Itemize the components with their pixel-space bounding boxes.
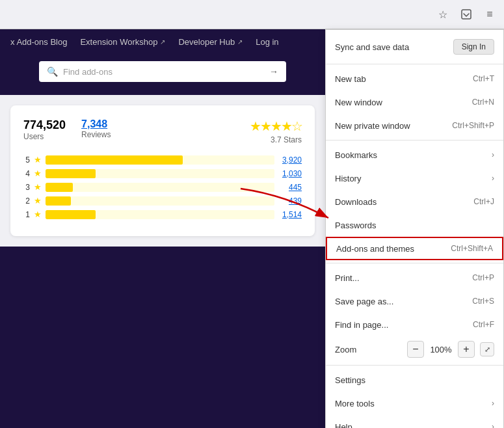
svg-rect-0 [462, 10, 471, 19]
help-item[interactable]: Help › [326, 415, 503, 428]
reviews-stat: 7,348 Reviews [81, 118, 111, 139]
star-icon: ★ [34, 209, 42, 219]
more-tools-item[interactable]: More tools › [326, 392, 503, 415]
sync-row: Sync and save data Sign In [326, 33, 503, 61]
chevron-right-icon: › [492, 174, 494, 183]
rating-row-3: 3 ★ 445 [23, 182, 302, 192]
search-bar[interactable]: 🔍 Find add-ons → [39, 61, 286, 82]
page-actions-section: Print... Ctrl+P Save page as... Ctrl+S F… [326, 263, 503, 366]
stars-label: 3.7 Stars [250, 135, 302, 144]
reviews-count: 7,348 [81, 118, 111, 130]
users-count: 774,520 [23, 118, 66, 132]
sign-in-button[interactable]: Sign In [453, 39, 494, 55]
downloads-item[interactable]: Downloads Ctrl+J [326, 190, 503, 213]
chevron-right-icon: › [492, 150, 494, 159]
users-stat: 774,520 Users [23, 118, 66, 141]
addons-themes-item[interactable]: Add-ons and themes Ctrl+Shift+A [326, 237, 503, 260]
chevron-right-icon: › [492, 422, 494, 428]
rating-row-4: 4 ★ 1,030 [23, 168, 302, 178]
browser-chrome: ☆ ≡ [0, 0, 504, 29]
review-card: 774,520 Users 7,348 Reviews ★★★★☆ 3.7 St… [10, 105, 315, 236]
new-tab-section: New tab Ctrl+T New window Ctrl+N New pri… [326, 64, 503, 140]
search-icon: 🔍 [47, 66, 58, 77]
page-content: x Add-ons Blog Extension Workshop ↗ Deve… [0, 29, 325, 428]
search-area: 🔍 Find add-ons → [0, 55, 325, 95]
settings-section: Settings More tools › Help › [326, 366, 503, 428]
users-label: Users [23, 132, 66, 141]
sync-label: Sync and save data [335, 42, 409, 52]
star-icon: ★ [34, 168, 42, 178]
new-window-item[interactable]: New window Ctrl+N [326, 90, 503, 114]
zoom-percent: 100% [429, 345, 453, 354]
zoom-fullscreen-button[interactable]: ⤢ [480, 342, 494, 356]
chevron-right-icon: › [492, 399, 494, 408]
zoom-in-button[interactable]: + [458, 341, 475, 358]
new-tab-item[interactable]: New tab Ctrl+T [326, 67, 503, 90]
nav-bar: x Add-ons Blog Extension Workshop ↗ Deve… [0, 29, 325, 55]
menu-dropdown: Sync and save data Sign In New tab Ctrl+… [325, 29, 504, 428]
zoom-out-button[interactable]: − [407, 341, 424, 358]
star-rating: ★★★★☆ [250, 118, 302, 134]
rating-row-2: 2 ★ 439 [23, 196, 302, 206]
settings-item[interactable]: Settings [326, 368, 503, 392]
menu-icon[interactable]: ≡ [481, 5, 499, 23]
card-area: 774,520 Users 7,348 Reviews ★★★★☆ 3.7 St… [0, 95, 325, 247]
login-link[interactable]: Log in [256, 37, 278, 47]
developer-hub-link[interactable]: Developer Hub ↗ [178, 37, 243, 47]
rating-bars: 5 ★ 3,920 4 ★ 1,030 3 ★ 445 [23, 155, 302, 219]
addons-blog-link[interactable]: x Add-ons Blog [10, 37, 67, 47]
save-page-item[interactable]: Save page as... Ctrl+S [326, 289, 503, 313]
sync-section: Sync and save data Sign In [326, 30, 503, 64]
bookmark-icon[interactable]: ☆ [434, 5, 452, 23]
zoom-row: Zoom − 100% + ⤢ [326, 336, 503, 362]
rating-row-1: 1 ★ 1,514 [23, 209, 302, 219]
bookmarks-item[interactable]: Bookmarks › [326, 143, 503, 167]
new-private-window-item[interactable]: New private window Ctrl+Shift+P [326, 114, 503, 137]
stars-block: ★★★★☆ 3.7 Stars [250, 118, 302, 144]
star-icon: ★ [34, 182, 42, 192]
external-link-icon: ↗ [160, 38, 165, 46]
stats-row: 774,520 Users 7,348 Reviews ★★★★☆ 3.7 St… [23, 118, 302, 144]
bookmarks-section: Bookmarks › History › Downloads Ctrl+J P… [326, 140, 503, 263]
search-placeholder: Find add-ons [63, 67, 264, 77]
star-icon: ★ [34, 155, 42, 165]
star-icon: ★ [34, 196, 42, 206]
extension-workshop-link[interactable]: Extension Workshop ↗ [80, 37, 165, 47]
search-submit-icon: → [269, 66, 278, 77]
history-item[interactable]: History › [326, 167, 503, 190]
external-link-icon-2: ↗ [237, 38, 243, 46]
find-in-page-item[interactable]: Find in page... Ctrl+F [326, 313, 503, 336]
rating-row-5: 5 ★ 3,920 [23, 155, 302, 165]
print-item[interactable]: Print... Ctrl+P [326, 266, 503, 289]
passwords-item[interactable]: Passwords [326, 213, 503, 237]
reviews-label: Reviews [81, 130, 111, 139]
pocket-icon[interactable] [457, 5, 475, 23]
